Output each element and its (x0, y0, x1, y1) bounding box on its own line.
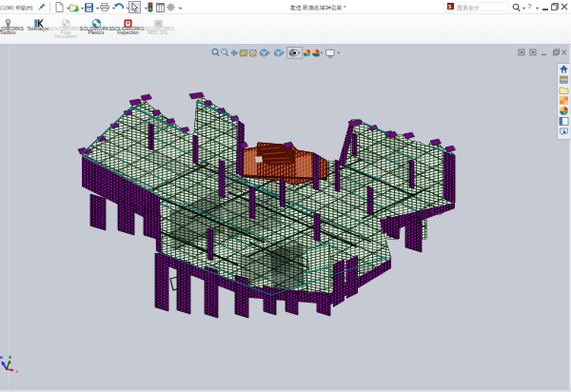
svg-text:x: x (16, 368, 19, 374)
